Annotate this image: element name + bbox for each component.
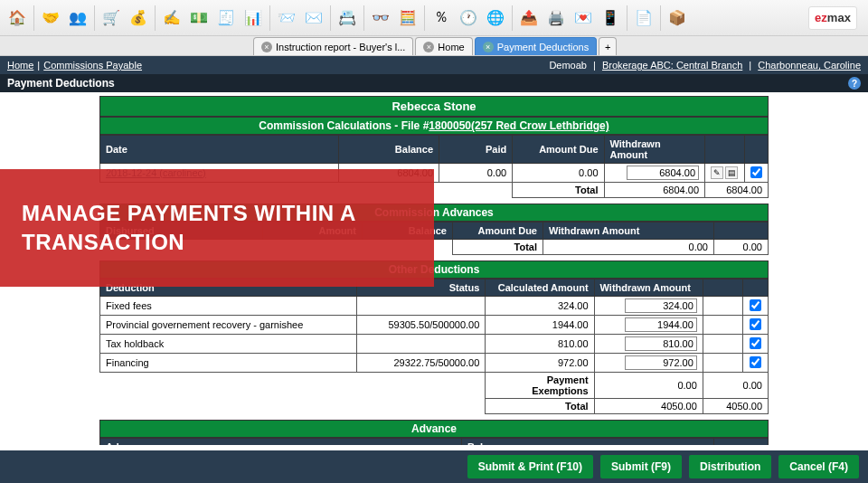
row-due: 0.00 (513, 164, 604, 183)
mail-icon[interactable]: ✉️ (301, 5, 326, 31)
edit-icon[interactable]: ✎ (711, 166, 723, 179)
deduction-calc: 810.00 (486, 335, 594, 354)
row-date-link[interactable]: 2018-12-24 (carolinec) (100, 164, 339, 183)
total-label: Total (513, 183, 604, 198)
section3-header: Other Deductions (99, 260, 769, 279)
view-icon[interactable]: ▤ (725, 166, 738, 179)
withdrawn-input[interactable] (625, 317, 697, 332)
sms-icon[interactable]: 📱 (598, 5, 623, 31)
col-status: Status (357, 279, 486, 297)
logo-max: max (827, 11, 851, 24)
breadcrumb-commissions[interactable]: Commissions Payable (43, 60, 142, 71)
row-checkbox[interactable] (750, 337, 761, 349)
tab-label: Home (438, 42, 464, 52)
col-disbursed: Disbursed (100, 223, 263, 240)
receipt-icon[interactable]: 🧾 (213, 5, 239, 31)
table-row: Tax holdback 810.00 (100, 335, 769, 354)
percent-icon[interactable]: ％ (429, 5, 454, 31)
withdrawn-input[interactable] (625, 355, 697, 370)
clock-icon[interactable]: 🕐 (456, 5, 481, 31)
col-amount: Amount (263, 223, 363, 240)
ezmax-logo: ezmax (808, 6, 857, 30)
submit-button[interactable]: Submit (F9) (600, 455, 682, 478)
close-icon[interactable]: × (483, 42, 494, 52)
col-balance: Balance (338, 136, 439, 164)
help-icon[interactable]: ? (848, 77, 861, 90)
page-title: Payment Deductions (7, 77, 115, 90)
col-balance4: Balance (462, 439, 714, 446)
report-icon[interactable]: 📊 (241, 5, 266, 31)
col-date: Date (100, 136, 339, 164)
box-icon[interactable]: 📦 (665, 5, 690, 31)
breadcrumb: Home | Commissions Payable Demoab | Brok… (0, 56, 868, 74)
cancel-button[interactable]: Cancel (F4) (778, 455, 859, 478)
col-paid: Paid (439, 136, 513, 164)
row-paid: 0.00 (439, 164, 513, 183)
total-label3: Total (486, 399, 594, 414)
doc-icon[interactable]: 📄 (631, 5, 656, 31)
row-checkbox[interactable] (750, 299, 761, 311)
file-link[interactable]: 1800050(257 Red Crow Lethbridge) (429, 119, 609, 132)
tab-home[interactable]: × Home (415, 37, 472, 55)
table-row: Fixed fees 324.00 (100, 297, 769, 316)
withdrawn-input[interactable] (625, 298, 697, 313)
calculator-icon[interactable]: 🧮 (395, 5, 420, 31)
tab-label: Instruction report - Buyer's l... (276, 42, 405, 52)
row-checkbox[interactable] (750, 318, 761, 330)
logo-ez: ez (815, 11, 827, 24)
tabs-bar: × Instruction report - Buyer's l... × Ho… (0, 36, 868, 56)
glasses-icon[interactable]: 👓 (368, 5, 393, 31)
close-icon[interactable]: × (261, 42, 272, 52)
row-checkbox[interactable] (750, 356, 761, 368)
commission-advances-table: Disbursed Amount Balance Amount Due With… (99, 222, 769, 255)
total-withdrawn3: 4050.00 (703, 399, 768, 414)
col-actions (705, 136, 745, 164)
tab-label: Payment Deductions (497, 42, 590, 52)
home-icon[interactable]: 🏠 (5, 5, 30, 31)
money-icon[interactable]: 💰 (126, 5, 151, 31)
total-due2: 0.00 (543, 240, 714, 255)
people-icon[interactable]: 👥 (65, 5, 90, 31)
row-checkbox[interactable] (750, 166, 762, 178)
withdrawn-input[interactable] (627, 166, 699, 180)
handshake-icon[interactable]: 🤝 (38, 5, 63, 31)
content-area: Rebecca Stone Commission Calculations - … (0, 92, 868, 445)
col-due: Amount Due (513, 136, 604, 164)
mail-open-icon[interactable]: 📨 (274, 5, 299, 31)
bill-icon[interactable]: 💵 (186, 5, 212, 31)
globe-icon[interactable]: 🌐 (483, 5, 508, 31)
button-bar: Submit & Print (F10) Submit (F9) Distrib… (0, 450, 868, 483)
withdrawn-input[interactable] (625, 336, 697, 351)
tab-add[interactable]: + (599, 37, 617, 55)
pen-icon[interactable]: ✍️ (159, 5, 184, 31)
close-icon[interactable]: × (423, 42, 434, 52)
main-toolbar: 🏠 🤝 👥 🛒 💰 ✍️ 💵 🧾 📊 📨 ✉️ 📇 👓 🧮 ％ 🕐 🌐 📤 🖨️… (0, 0, 868, 36)
col-spacer3 (703, 279, 742, 297)
col-balance2: Balance (363, 223, 453, 240)
table-row: 2018-12-24 (carolinec) 6804.00 0.00 0.00… (100, 164, 769, 183)
deduction-calc: 972.00 (486, 354, 594, 373)
breadcrumb-home[interactable]: Home (7, 60, 33, 71)
print-icon[interactable]: 🖨️ (543, 5, 569, 31)
exemptions-v1: 0.00 (594, 373, 703, 399)
tab-instruction-report[interactable]: × Instruction report - Buyer's l... (253, 37, 413, 55)
contact-icon[interactable]: 📇 (335, 5, 360, 31)
tab-payment-deductions[interactable]: × Payment Deductions (475, 37, 598, 55)
submit-print-button[interactable]: Submit & Print (F10) (467, 455, 593, 478)
distribution-button[interactable]: Distribution (689, 455, 771, 478)
cart-icon[interactable]: 🛒 (99, 5, 124, 31)
deduction-status: 29322.75/50000.00 (357, 354, 486, 373)
send-icon[interactable]: 💌 (571, 5, 596, 31)
col-check (744, 136, 768, 164)
export-icon[interactable]: 📤 (516, 5, 542, 31)
total-withdrawn: 6804.00 (705, 183, 769, 198)
col-withdrawn2: Withdrawn Amount (543, 223, 714, 240)
total-calc3: 4050.00 (594, 399, 703, 414)
breadcrumb-brokerage[interactable]: Brokerage ABC: Central Branch (602, 60, 742, 71)
other-deductions-table: Deduction Status Calculated Amount Withd… (99, 279, 769, 414)
breadcrumb-user[interactable]: Charbonneau, Caroline (758, 60, 861, 71)
deduction-calc: 324.00 (486, 297, 594, 316)
section2-header: Commission Advances (99, 204, 769, 222)
advance-table: Advance Balance (99, 438, 769, 445)
col-check3 (742, 279, 768, 297)
